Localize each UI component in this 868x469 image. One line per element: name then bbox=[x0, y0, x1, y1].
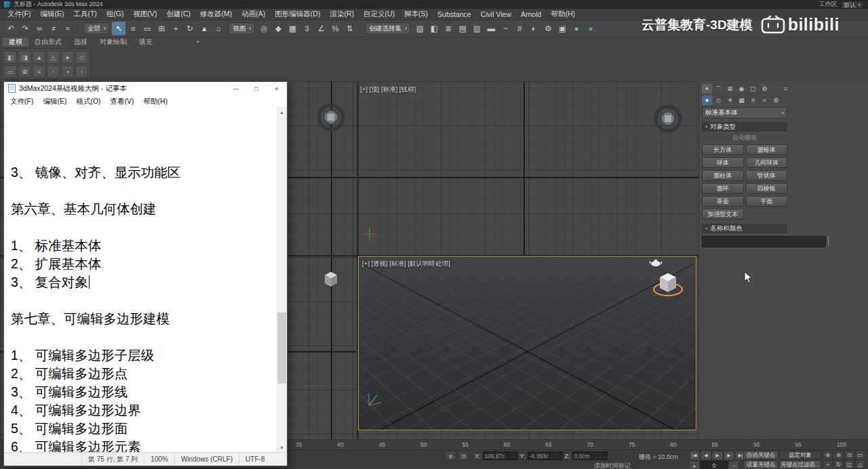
ribbon-tool-icon[interactable]: ▫ bbox=[75, 65, 88, 78]
curve-editor-icon[interactable]: ~ bbox=[498, 22, 512, 35]
rendered-frame-icon[interactable]: ▣ bbox=[555, 22, 569, 35]
orbit-icon[interactable]: ↻ bbox=[833, 460, 844, 469]
key-filter-scope-dropdown[interactable]: 选定对象 bbox=[779, 451, 821, 460]
top-viewport-label[interactable]: [+] [顶] [标准] [线框] bbox=[360, 85, 416, 94]
ribbon-tab-selection[interactable]: 选择 bbox=[68, 37, 94, 47]
modify-tab-icon[interactable]: ⌒ bbox=[713, 84, 724, 94]
field-of-view-icon[interactable]: △ bbox=[855, 460, 865, 469]
ribbon-tool-icon[interactable]: △ bbox=[47, 51, 60, 64]
ribbon-tool-icon[interactable]: ⊞ bbox=[18, 65, 31, 78]
notepad-text-area[interactable]: 3、 镜像、对齐、显示功能区第六章、基本几何体创建1、 标准基本体2、 扩展基本… bbox=[4, 107, 287, 452]
ribbon-tab-populate[interactable]: 填充 bbox=[133, 37, 159, 47]
redo-icon[interactable]: ↷ bbox=[18, 22, 32, 35]
link-icon[interactable]: ∞ bbox=[33, 22, 46, 35]
cylinder-button[interactable]: 圆柱体 bbox=[702, 170, 744, 181]
ribbon-tab-freeform[interactable]: 自由形式 bbox=[28, 37, 68, 47]
workspace-dropdown[interactable]: 默认 ▾ bbox=[841, 1, 864, 9]
menu-item[interactable]: Substance bbox=[433, 10, 476, 18]
notepad-menu-item[interactable]: 文件(F) bbox=[5, 97, 38, 106]
menu-item[interactable]: 渲染(R) bbox=[325, 9, 359, 19]
select-rotate-icon[interactable]: ↻ bbox=[183, 22, 197, 35]
key-mode-toggle-icon[interactable]: ● bbox=[689, 461, 700, 469]
menu-item[interactable]: 自定义(U) bbox=[359, 9, 399, 19]
use-center-icon[interactable]: ◎ bbox=[258, 22, 271, 35]
add-time-tag-button[interactable]: 添加时间标记 bbox=[594, 462, 631, 469]
coord-y-field[interactable] bbox=[528, 451, 563, 460]
coord-x-field[interactable] bbox=[483, 451, 518, 460]
menu-item[interactable]: 帮助(H) bbox=[546, 9, 580, 19]
notepad-menu-item[interactable]: 编辑(E) bbox=[38, 97, 71, 106]
select-placement-icon[interactable]: ⌂ bbox=[212, 22, 225, 35]
current-frame-field[interactable] bbox=[701, 461, 728, 469]
ribbon-tool-icon[interactable]: ▲ bbox=[33, 51, 45, 64]
ribbon-tool-icon[interactable]: ▭ bbox=[4, 65, 17, 78]
named-selection-set-dropdown[interactable]: 创建选择集▾ bbox=[365, 22, 411, 35]
maximize-viewport-icon[interactable]: ◱ bbox=[844, 460, 854, 469]
perspective-viewport-label[interactable]: [+] [透视] [标准] [默认明暗处理] bbox=[362, 260, 450, 268]
mirror-icon[interactable]: ◧ bbox=[427, 22, 441, 35]
render-production-icon[interactable]: ● bbox=[570, 22, 583, 35]
sphere-button[interactable]: 球体 bbox=[702, 157, 744, 168]
select-object-icon[interactable]: ↖ bbox=[112, 22, 125, 35]
text-plus-button[interactable]: 加强型文本 bbox=[702, 209, 744, 220]
zoom-icon[interactable]: ⊕ bbox=[823, 451, 833, 460]
menu-item[interactable]: 视图(V) bbox=[129, 9, 162, 19]
primitive-type-dropdown[interactable]: 标准基本体 ▾ bbox=[702, 107, 787, 119]
motion-tab-icon[interactable]: ◉ bbox=[736, 84, 747, 94]
geosphere-button[interactable]: 几何球体 bbox=[746, 157, 788, 168]
ribbon-tool-icon[interactable]: ● bbox=[61, 51, 74, 64]
select-manipulate-icon[interactable]: ◆ bbox=[272, 22, 285, 35]
spacewarps-category-icon[interactable]: ≈ bbox=[760, 96, 770, 105]
menu-item[interactable]: 创建(C) bbox=[162, 9, 196, 19]
cameras-category-icon[interactable]: ▦ bbox=[736, 96, 747, 105]
scroll-up-icon[interactable]: ▲ bbox=[277, 107, 287, 117]
display-tab-icon[interactable]: ▢ bbox=[748, 84, 758, 94]
cone-button[interactable]: 圆锥体 bbox=[746, 144, 788, 155]
plane-button[interactable]: 平面 bbox=[746, 196, 788, 207]
minimize-button[interactable]: — bbox=[226, 82, 246, 96]
name-color-rollout[interactable]: ▾ 名称和颜色 bbox=[702, 224, 787, 233]
notepad-menu-item[interactable]: 查看(V) bbox=[106, 97, 139, 106]
menu-item[interactable]: 修改器(M) bbox=[195, 9, 237, 19]
render-iterative-icon[interactable]: ● bbox=[584, 22, 597, 35]
torus-object-top-left-view[interactable] bbox=[315, 102, 347, 136]
isolate-selection-toggle[interactable]: ⊘ bbox=[445, 451, 456, 461]
notepad-menu-item[interactable]: 格式(O) bbox=[71, 97, 105, 106]
utilities-tab-icon[interactable]: ⚙ bbox=[760, 84, 770, 94]
percent-snap-icon[interactable]: % bbox=[329, 22, 342, 35]
ribbon-tool-icon[interactable]: ▪ bbox=[61, 65, 74, 78]
torus-button[interactable]: 圆环 bbox=[702, 183, 744, 194]
coord-z-field[interactable] bbox=[572, 451, 608, 460]
create-tab-icon[interactable]: + bbox=[702, 84, 712, 94]
pyramid-button[interactable]: 四棱锥 bbox=[746, 183, 788, 194]
menu-item[interactable]: 工具(T) bbox=[68, 9, 101, 19]
snap-toggle-icon[interactable]: 3 bbox=[300, 22, 314, 35]
scroll-down-icon[interactable]: ▼ bbox=[277, 443, 287, 452]
ribbon-tool-icon[interactable]: ◇ bbox=[75, 51, 88, 64]
systems-category-icon[interactable]: ⚙ bbox=[771, 96, 781, 105]
object-color-swatch[interactable] bbox=[828, 236, 829, 246]
selection-lock-toggle[interactable]: ⊡ bbox=[458, 451, 469, 461]
undo-icon[interactable]: ↶ bbox=[4, 22, 18, 35]
menu-item[interactable]: 文件(F) bbox=[3, 9, 35, 19]
selection-filter-dropdown[interactable]: 全部▾ bbox=[83, 22, 109, 35]
angle-snap-icon[interactable]: ∠ bbox=[315, 22, 328, 35]
render-setup-icon[interactable]: ⚙ bbox=[541, 22, 555, 35]
ribbon-tab-object-paint[interactable]: 对象绘制 bbox=[94, 37, 133, 47]
box-object-bottom-left-view[interactable] bbox=[321, 269, 341, 292]
teapot-object-icon[interactable] bbox=[649, 257, 663, 269]
notepad-menu-item[interactable]: 帮助(H) bbox=[139, 97, 173, 106]
go-to-start-icon[interactable]: |◀ bbox=[689, 451, 700, 460]
torus-object-top-right-view[interactable] bbox=[652, 103, 684, 137]
reference-coordinate-dropdown[interactable]: 视图▾ bbox=[228, 22, 254, 35]
close-button[interactable]: × bbox=[267, 82, 287, 96]
window-crossing-icon[interactable]: ⊞ bbox=[155, 22, 168, 35]
ribbon-tool-icon[interactable]: ◧ bbox=[4, 51, 17, 64]
select-move-icon[interactable]: + bbox=[169, 22, 182, 35]
perspective-viewport[interactable]: [+] [透视] [标准] [默认明暗处理] bbox=[358, 256, 696, 430]
key-filters-button[interactable]: 关键点过滤器... bbox=[779, 460, 821, 469]
menu-item[interactable]: Arnold bbox=[516, 10, 546, 18]
material-editor-icon[interactable]: ◐ bbox=[527, 22, 540, 35]
time-configuration-icon[interactable]: ◔ bbox=[728, 461, 739, 469]
panel-menu-icon[interactable]: ≡ bbox=[784, 85, 787, 92]
